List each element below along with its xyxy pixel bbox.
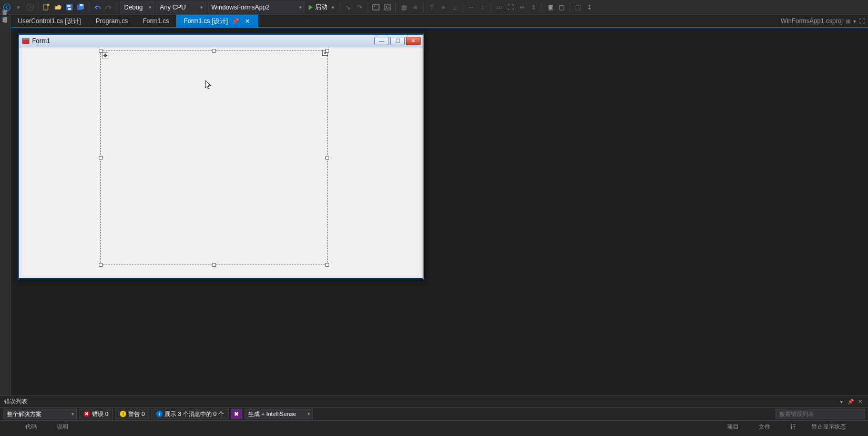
left-tool-strip: 工具箱 数据源: [0, 15, 11, 436]
svg-rect-6: [68, 8, 71, 10]
clear-filters-button[interactable]: ✖: [231, 409, 242, 419]
tab-form1-design[interactable]: Form1.cs [设计] 📌 ✕: [176, 15, 258, 27]
resize-handle-tr[interactable]: [325, 49, 329, 53]
send-back-icon[interactable]: ▢: [556, 1, 567, 14]
browse-button[interactable]: [370, 1, 382, 14]
start-label: 启动: [315, 3, 328, 12]
svg-rect-10: [373, 5, 379, 10]
resize-handle-ml[interactable]: [99, 156, 103, 160]
bring-front-icon[interactable]: ▣: [544, 1, 556, 14]
form-titlebar: Form1 — ☐ ✕: [19, 35, 423, 47]
messages-filter[interactable]: i 展示 3 个消息中的 0 个: [151, 409, 228, 419]
build-config-dropdown[interactable]: Debug: [120, 2, 154, 13]
winform-preview[interactable]: Form1 — ☐ ✕ ✥ ▸: [18, 34, 423, 279]
mode-dropdown[interactable]: 生成 + IntelliSense: [244, 409, 313, 419]
warning-icon: !: [120, 411, 126, 417]
panel-close-icon[interactable]: ✕: [856, 399, 864, 404]
make-same-icon[interactable]: ▭: [493, 1, 505, 14]
step-over-button[interactable]: ↷: [354, 1, 365, 14]
startup-project-dropdown[interactable]: WindowsFormsApp2: [208, 2, 304, 13]
resize-handle-bl[interactable]: [99, 263, 103, 267]
tab-usercontrol1-design[interactable]: UserControl1.cs [设计]: [11, 15, 88, 27]
form-client-area[interactable]: ✥ ▸: [22, 47, 420, 276]
align-bottom-icon[interactable]: ⊥: [449, 1, 461, 14]
form-title: Form1: [32, 37, 50, 45]
designer-surface[interactable]: Form1 — ☐ ✕ ✥ ▸: [11, 28, 868, 396]
fullscreen-icon[interactable]: ⛶: [505, 1, 516, 14]
svg-rect-3: [47, 4, 49, 6]
nav-history-button[interactable]: [24, 1, 36, 14]
tab-program-cs[interactable]: Program.cs: [88, 15, 135, 27]
tab-form1-cs[interactable]: Form1.cs: [135, 15, 176, 27]
align-grid-icon[interactable]: ▦: [398, 1, 410, 14]
nav-back-button[interactable]: [1, 1, 13, 14]
selected-usercontrol[interactable]: ✥ ▸: [100, 50, 328, 265]
col-file[interactable]: 文件: [759, 423, 790, 431]
sizing-icon[interactable]: ↧: [584, 1, 595, 14]
window-close-button[interactable]: ✕: [406, 37, 421, 45]
svg-rect-9: [80, 4, 83, 6]
col-line[interactable]: 行: [790, 423, 811, 431]
error-search-input[interactable]: 搜索错误列表: [775, 409, 865, 419]
platform-value: Any CPU: [160, 4, 186, 11]
col-desc[interactable]: 说明: [57, 423, 99, 431]
platform-dropdown[interactable]: Any CPU: [156, 2, 206, 13]
errors-filter[interactable]: ✖ 错误 0: [79, 409, 113, 419]
resize-handle-mr[interactable]: [325, 156, 329, 160]
datasources-tab[interactable]: 数据源: [0, 23, 9, 31]
error-list-panel: 错误列表 ▾ 📌 ✕ 整个解决方案 ✖ 错误 0 ! 警告 0 i 展示 3 个…: [0, 396, 868, 436]
error-list-title: 错误列表: [4, 398, 27, 405]
nav-forward-button[interactable]: ▾: [13, 1, 24, 14]
start-debug-button[interactable]: 启动 ▾: [305, 1, 338, 14]
minimize-button[interactable]: —: [374, 37, 389, 45]
error-list-body: 代码 说明 项目 文件 行 禁止显示状态: [0, 421, 868, 436]
resize-handle-tc[interactable]: [212, 49, 216, 53]
resize-handle-bc[interactable]: [212, 263, 216, 267]
step-into-button[interactable]: ↘: [342, 1, 354, 14]
col-code[interactable]: 代码: [25, 423, 57, 431]
hspace-equal-icon[interactable]: ↔: [465, 1, 477, 14]
document-tab-bar: UserControl1.cs [设计] Program.cs Form1.cs…: [11, 15, 868, 28]
main-toolbar: ▾ Debug Any CPU WindowsFormsApp2 启动 ▾ ↘ …: [0, 0, 868, 15]
tab-order-icon[interactable]: ⬚: [572, 1, 584, 14]
close-icon[interactable]: ✕: [243, 17, 251, 25]
svg-rect-15: [23, 38, 29, 39]
align-middle-icon[interactable]: ≡: [437, 1, 449, 14]
svg-point-11: [374, 6, 375, 7]
maximize-button[interactable]: ☐: [390, 37, 405, 45]
pin-icon[interactable]: 📌: [232, 17, 239, 25]
project-file-label[interactable]: WinFormsApp1.csproj: [781, 17, 843, 25]
redo-button[interactable]: [103, 1, 115, 14]
form-icon: [22, 37, 29, 45]
panel-pin-icon[interactable]: 📌: [847, 399, 854, 404]
undo-button[interactable]: [91, 1, 103, 14]
col-project[interactable]: 项目: [727, 423, 759, 431]
align-left-icon[interactable]: ≡: [410, 1, 421, 14]
resize-handle-br[interactable]: [325, 263, 329, 267]
error-icon: ✖: [84, 411, 90, 417]
toolbox-tab[interactable]: 工具箱: [0, 15, 9, 23]
col-suppress[interactable]: 禁止显示状态: [811, 423, 864, 431]
center-h-icon[interactable]: ⇔: [516, 1, 528, 14]
save-all-button[interactable]: [75, 1, 87, 14]
open-button[interactable]: [52, 1, 64, 14]
resize-handle-tl[interactable]: [99, 49, 103, 53]
build-config-value: Debug: [124, 4, 142, 11]
tabs-dropdown-icon[interactable]: ⊞: [846, 18, 850, 24]
align-top-icon[interactable]: ⊤: [426, 1, 437, 14]
maximize-panel-icon[interactable]: ⛶: [859, 18, 865, 24]
new-item-button[interactable]: [40, 1, 52, 14]
svg-point-13: [386, 6, 387, 7]
image-button[interactable]: [382, 1, 393, 14]
vspace-equal-icon[interactable]: ↕: [477, 1, 488, 14]
svg-point-0: [4, 4, 11, 11]
warnings-filter[interactable]: ! 警告 0: [115, 409, 149, 419]
scope-dropdown[interactable]: 整个解决方案: [3, 409, 77, 419]
save-button[interactable]: [64, 1, 75, 14]
tabs-chevron-icon[interactable]: ▾: [853, 18, 856, 24]
move-icon[interactable]: ✥: [102, 52, 108, 58]
center-v-icon[interactable]: ⇕: [528, 1, 539, 14]
svg-rect-5: [67, 5, 70, 7]
info-icon: i: [156, 411, 162, 417]
panel-options-icon[interactable]: ▾: [838, 399, 845, 404]
